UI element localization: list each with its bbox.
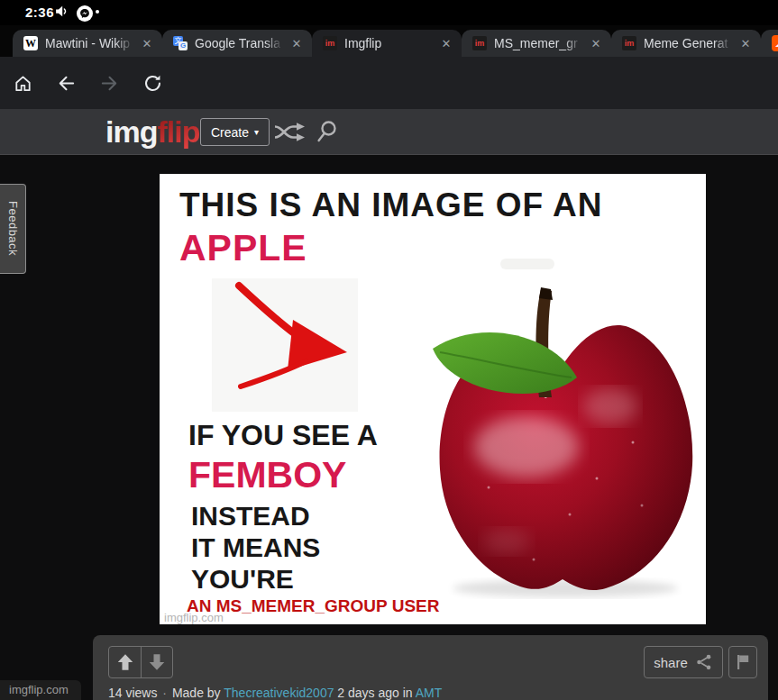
meme-caption-1: IF YOU SEE A (188, 421, 378, 450)
shuffle-button[interactable] (273, 121, 307, 147)
search-icon (316, 120, 338, 143)
create-button[interactable]: Create ▾ (200, 118, 270, 146)
flag-icon (735, 653, 751, 671)
tab-label: Meme Generat (644, 36, 734, 50)
vote-button-group (108, 646, 173, 678)
up-arrow-icon (115, 652, 135, 672)
home-icon (13, 73, 33, 94)
action-panel: share 14 views · Made by Thecreativekid2… (93, 635, 768, 700)
browser-toolbar: imgflip.com/i/7t5a9t (0, 57, 778, 109)
red-arrow-icon (212, 278, 358, 412)
tab-strip: W Mawtini - Wikip ✕ 文 G Google Transla ✕… (0, 25, 778, 57)
meme-caption-2: FEMBOY (188, 457, 346, 494)
meme-image: THIS IS AN IMAGE OF AN APPLE (160, 174, 706, 624)
reload-button[interactable] (142, 72, 163, 94)
close-icon[interactable]: ✕ (139, 37, 155, 50)
back-arrow-icon (56, 73, 77, 94)
meme-caption-4: IT MEANS (191, 534, 320, 561)
page-background: Feedback THIS IS AN IMAGE OF AN APPLE (0, 155, 778, 700)
tab-label: Google Transla (195, 36, 285, 50)
meme-title-line2: APPLE (179, 230, 307, 267)
reload-icon (142, 73, 163, 94)
tab-google-translate[interactable]: 文 G Google Transla ✕ (162, 30, 312, 57)
meme-caption-3: INSTEAD (191, 503, 310, 530)
share-icon (695, 653, 713, 671)
tab-ms-memer-group[interactable]: im MS_memer_gr ✕ (462, 30, 611, 57)
clock: 2:36 (25, 5, 54, 20)
link-status-bubble: imgflip.com (0, 680, 81, 700)
forward-button[interactable] (98, 72, 120, 94)
view-count: 14 views (108, 686, 157, 700)
meme-watermark: imgflip.com (164, 612, 224, 623)
share-button[interactable]: share (644, 646, 723, 678)
downvote-button[interactable] (141, 647, 172, 677)
meme-caption-6: AN MS_MEMER_GROUP USER (187, 597, 439, 614)
close-icon[interactable]: ✕ (288, 37, 305, 50)
imgflip-icon: im (323, 36, 337, 50)
chevron-down-icon: ▾ (254, 127, 259, 137)
stream-link[interactable]: AMT (416, 686, 443, 700)
apple-photo (426, 271, 706, 605)
tab-label: MS_memer_gr (494, 36, 584, 50)
tab-label: Mawtini - Wikip (45, 36, 135, 50)
forward-arrow-icon (99, 73, 120, 94)
google-translate-icon: 文 G (173, 36, 188, 50)
notification-dot (96, 10, 99, 14)
imgflip-icon: im (622, 36, 636, 50)
status-bar: 2:36 (0, 0, 778, 25)
shuffle-icon (273, 121, 307, 143)
logo-flip-part: flip (157, 114, 199, 149)
meme-title-line1: THIS IS AN IMAGE OF AN (179, 188, 602, 222)
author-link[interactable]: Thecreativekid2007 (224, 686, 334, 700)
close-icon[interactable]: ✕ (737, 37, 754, 50)
meme-smudge (500, 259, 554, 269)
tab-mawtini-wikipedia[interactable]: W Mawtini - Wikip ✕ (13, 30, 162, 57)
imgflip-logo[interactable]: imgflip (105, 114, 199, 150)
tab-soundcloud[interactable]: ☁ (761, 30, 778, 57)
close-icon[interactable]: ✕ (438, 37, 454, 50)
home-button[interactable] (12, 72, 33, 94)
logo-img-part: img (105, 114, 157, 149)
volume-icon (54, 4, 69, 23)
down-arrow-icon (147, 652, 167, 672)
feedback-button[interactable]: Feedback (0, 184, 26, 274)
soundcloud-icon: ☁ (772, 35, 778, 51)
wikipedia-icon: W (23, 36, 38, 50)
imgflip-icon: im (472, 36, 487, 50)
tab-meme-generator[interactable]: im Meme Generat ✕ (611, 30, 761, 57)
back-button[interactable] (55, 72, 77, 94)
close-icon[interactable]: ✕ (588, 37, 604, 50)
flag-button[interactable] (728, 646, 757, 678)
tab-label: Imgflip (344, 36, 435, 50)
tab-imgflip-active[interactable]: im Imgflip ✕ (312, 30, 462, 57)
imgflip-header: imgflip Create ▾ (0, 109, 778, 155)
upvote-button[interactable] (109, 647, 141, 677)
meme-caption-5: YOU'RE (191, 566, 294, 593)
meme-meta: 14 views · Made by Thecreativekid2007 2 … (108, 686, 442, 700)
search-button[interactable] (316, 120, 338, 147)
messenger-icon (77, 5, 93, 22)
